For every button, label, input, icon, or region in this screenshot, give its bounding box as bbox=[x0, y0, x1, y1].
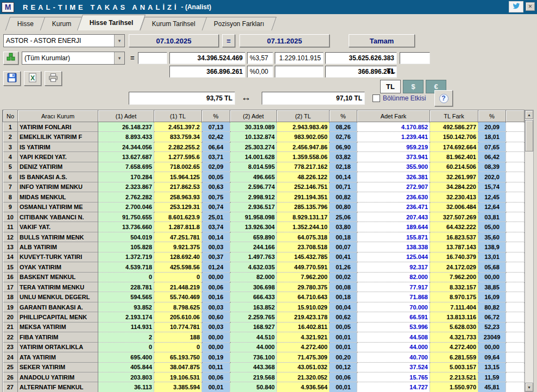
cell: 08,26 bbox=[330, 122, 357, 132]
tab-kurum-tarihsel[interactable]: Kurum Tarihsel bbox=[140, 17, 207, 30]
cell: 03,81 bbox=[478, 212, 506, 222]
cell: 443.368 bbox=[230, 362, 277, 372]
cell: GARANTI BANKASI A. bbox=[18, 302, 98, 312]
cell: 7 bbox=[3, 182, 18, 192]
chevron-down-icon[interactable]: ▾ bbox=[114, 35, 124, 47]
twitter-button[interactable] bbox=[509, 1, 523, 12]
scroll-down-button[interactable]: ▼ bbox=[525, 383, 533, 391]
cell: 12,64 bbox=[478, 202, 506, 212]
close-button[interactable]: ✕ bbox=[526, 2, 535, 11]
cell: 38.047.875 bbox=[154, 362, 202, 372]
cell: 272.907 bbox=[357, 182, 430, 192]
cell-blank bbox=[506, 302, 525, 312]
cell: 23049 bbox=[478, 332, 506, 342]
help-button[interactable]: ? bbox=[434, 90, 453, 106]
price-from-field[interactable]: 93,75 TL bbox=[129, 92, 235, 105]
cell: 35,60 bbox=[478, 232, 506, 242]
cell: 06,42 bbox=[478, 152, 506, 162]
cell: 4.321.733 bbox=[430, 332, 478, 342]
cell: VAKIF YAT. bbox=[18, 222, 98, 232]
cell: 00,01 bbox=[202, 382, 230, 392]
cell: YATIRIM ORTAKLIKLA bbox=[18, 342, 98, 352]
cell: OSMANLI YATIRIM ME bbox=[18, 202, 98, 212]
floppy-disk-icon bbox=[7, 73, 17, 85]
cell: 2.259.765 bbox=[230, 312, 277, 322]
equals-button[interactable]: = bbox=[222, 34, 235, 47]
cell: 44.000 bbox=[230, 342, 277, 352]
cell: 30.319.089 bbox=[230, 122, 277, 132]
cell: 8.929.131.17 bbox=[277, 212, 330, 222]
date-to-button[interactable]: 07.11.2025 bbox=[239, 34, 330, 47]
cell: 15.765 bbox=[357, 372, 430, 382]
cell: 125.044 bbox=[357, 252, 430, 262]
cell: MIDAS MENKUL bbox=[18, 192, 98, 202]
lot-total-1: 366.896.261 bbox=[169, 66, 245, 78]
cell: 03,82 bbox=[330, 152, 357, 162]
save-button[interactable] bbox=[3, 71, 21, 86]
cell-blank bbox=[506, 362, 525, 372]
cell: 4.936.564 bbox=[277, 382, 330, 392]
stock-select[interactable]: ASTOR - ASTOR ENERJI ▾ bbox=[3, 34, 125, 47]
cell: 00,16 bbox=[202, 292, 230, 302]
currency-button-tl[interactable]: TL bbox=[380, 80, 401, 93]
cell: 1.287.811.8 bbox=[154, 222, 202, 232]
ok-button[interactable]: Tamam bbox=[349, 34, 415, 47]
column-header-2-tl: (2) TL bbox=[277, 110, 330, 122]
cell: 983.902.050 bbox=[277, 132, 330, 142]
column-header-adet-fark: Adet Fark bbox=[357, 110, 430, 122]
table-row: 24ATA YATIRIM695.40065.193.75000,19736.1… bbox=[3, 352, 525, 362]
tab-kurum[interactable]: Kurum bbox=[40, 17, 84, 30]
input-blank-1[interactable] bbox=[138, 52, 167, 64]
price-to-field[interactable]: 97,10 TL bbox=[262, 92, 365, 105]
vertical-scrollbar[interactable]: ▲ ▼ bbox=[525, 110, 534, 392]
cell: 252.146.751 bbox=[277, 182, 330, 192]
cell: 326.381 bbox=[357, 172, 430, 182]
cell: 163.852 bbox=[230, 302, 277, 312]
tab-label: Pozisyon Farkları bbox=[213, 20, 264, 28]
cell: 92.317 bbox=[357, 262, 430, 272]
currency-button-usd[interactable]: $ bbox=[403, 80, 424, 93]
tab-pozisyon-farklar[interactable]: Pozisyon Farkları bbox=[201, 17, 276, 30]
cell: 13 bbox=[3, 242, 18, 252]
scrollbar-thumb[interactable] bbox=[525, 120, 533, 151]
cell: 91.958.098 bbox=[230, 212, 277, 222]
cell: 01,24 bbox=[202, 262, 230, 272]
input-blank-2[interactable] bbox=[400, 52, 430, 64]
cell: 43.051.032 bbox=[277, 362, 330, 372]
cell-blank bbox=[506, 252, 525, 262]
cell: 8 bbox=[3, 192, 18, 202]
cell-blank bbox=[506, 262, 525, 272]
left-right-arrow-icon: ↔ bbox=[241, 92, 251, 103]
cell: 4.272.400 bbox=[277, 342, 330, 352]
cell: 833.759.34 bbox=[154, 132, 202, 142]
cell-blank bbox=[506, 192, 525, 202]
date-from-button[interactable]: 07.10.2025 bbox=[129, 34, 219, 47]
cell: 8.893.433 bbox=[98, 132, 154, 142]
excel-icon: X bbox=[28, 73, 37, 85]
tab-hisse-tarihsel[interactable]: Hisse Tarihsel bbox=[77, 15, 146, 30]
chevron-down-icon[interactable]: ▾ bbox=[114, 52, 124, 64]
cell: 4.272.400 bbox=[430, 342, 478, 352]
table-row: 3IS YATIRIM24.344.0562.282.255.206,6425.… bbox=[3, 142, 525, 151]
cell: 17 bbox=[3, 282, 18, 292]
cell: 128.692.40 bbox=[154, 252, 202, 262]
tab-hisse[interactable]: Hisse bbox=[5, 17, 46, 30]
cell: 00,08 bbox=[330, 282, 357, 292]
scroll-up-button[interactable]: ▲ bbox=[525, 110, 533, 119]
cell: 02,09 bbox=[202, 162, 230, 172]
cell: 492.586.277 bbox=[430, 122, 478, 132]
cell-blank bbox=[506, 272, 525, 282]
cell: 03,80 bbox=[330, 222, 357, 232]
broker-select[interactable]: (Tüm Kurumlar) ▾ bbox=[22, 52, 125, 65]
load-data-button[interactable] bbox=[3, 52, 18, 65]
cell: 06,64 bbox=[202, 142, 230, 151]
print-button[interactable] bbox=[45, 71, 62, 86]
table-row: 12BULLS YATIRIM MENK504.01947.251.78100,… bbox=[3, 232, 525, 242]
cell: 24.172.029 bbox=[430, 262, 478, 272]
cell: 1.550.970 bbox=[430, 382, 478, 392]
split-effect-checkbox[interactable] bbox=[372, 94, 380, 102]
cell: 16.402.811 bbox=[277, 322, 330, 332]
excel-export-button[interactable]: X bbox=[24, 71, 41, 86]
cell: 2.451.397.2 bbox=[154, 122, 202, 132]
equals-label: = bbox=[130, 54, 135, 62]
